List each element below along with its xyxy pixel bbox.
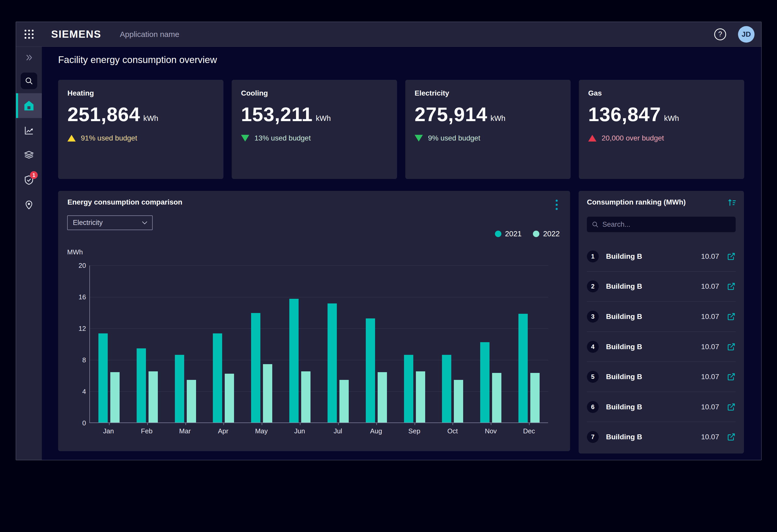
bar-2022-sep[interactable]	[416, 371, 425, 422]
bar-chart-plot	[89, 265, 548, 423]
bar-group-jun	[281, 265, 319, 422]
kpi-status: 9% used budget	[415, 134, 561, 142]
x-axis-label-oct: Oct	[433, 427, 472, 435]
user-avatar[interactable]: JD	[738, 26, 755, 43]
bar-2022-jun[interactable]	[301, 371, 311, 422]
bar-2022-jul[interactable]	[339, 380, 349, 422]
bar-group-feb	[128, 265, 166, 422]
sidebar-item-layers[interactable]	[16, 143, 42, 168]
kpi-status: 91% used budget	[68, 134, 214, 142]
sidebar-expand-button[interactable]	[16, 47, 42, 69]
help-button[interactable]: ?	[714, 28, 726, 40]
trend-down-triangle-icon	[241, 135, 249, 142]
external-link-button[interactable]	[727, 312, 736, 321]
consumption-value: 10.07	[701, 282, 719, 290]
bar-2022-feb[interactable]	[148, 371, 158, 422]
bar-2021-may[interactable]	[251, 313, 260, 422]
ranking-row[interactable]: 4Building B10.07	[587, 331, 736, 362]
bar-2022-aug[interactable]	[378, 372, 387, 422]
external-link-button[interactable]	[727, 343, 736, 351]
rank-number-badge: 4	[587, 341, 599, 353]
ranking-title: Consumption ranking (MWh)	[587, 198, 686, 206]
app-launcher-button[interactable]	[16, 22, 42, 47]
kpi-unit: kWh	[143, 114, 158, 124]
kpi-title: Electricity	[415, 89, 561, 97]
bar-2022-apr[interactable]	[225, 374, 234, 422]
rank-number-badge: 2	[587, 280, 599, 292]
external-link-button[interactable]	[727, 252, 736, 261]
ranking-row[interactable]: 2Building B10.07	[587, 271, 736, 302]
search-icon	[24, 77, 33, 85]
legend-item-2022[interactable]: 2022	[533, 230, 560, 238]
double-chevron-right-icon	[24, 54, 34, 61]
bar-2021-sep[interactable]	[404, 355, 413, 422]
desktop-background: SIEMENS Application name ? JD	[0, 0, 777, 532]
bar-group-aug	[357, 265, 396, 422]
metric-dropdown[interactable]: Electricity	[67, 216, 153, 230]
kpi-value: 275,914	[415, 105, 487, 124]
ranking-row[interactable]: 7Building B10.07	[587, 422, 736, 452]
layers-icon	[24, 150, 34, 160]
bar-2021-nov[interactable]	[480, 342, 489, 422]
siemens-logo: SIEMENS	[51, 28, 101, 40]
sidebar-item-search[interactable]	[16, 69, 42, 93]
legend-item-2021[interactable]: 2021	[495, 230, 522, 238]
x-axis-label-sep: Sep	[395, 427, 433, 435]
bar-group-dec	[510, 265, 548, 422]
building-name: Building B	[606, 252, 701, 261]
y-tick-label: 20	[67, 262, 86, 269]
bar-2022-jan[interactable]	[110, 372, 120, 422]
external-link-button[interactable]	[727, 372, 736, 381]
sidebar-item-locations[interactable]	[16, 192, 42, 217]
bar-2022-may[interactable]	[263, 364, 272, 422]
x-axis-label-apr: Apr	[204, 427, 242, 435]
kpi-card-electricity: Electricity275,914kWh9% used budget	[405, 80, 571, 179]
bar-2022-mar[interactable]	[187, 380, 196, 422]
sidebar-item-compliance[interactable]: 1	[16, 168, 42, 192]
bar-2021-jul[interactable]	[328, 303, 337, 422]
bar-2022-nov[interactable]	[492, 373, 502, 422]
legend-label: 2022	[543, 230, 560, 238]
external-link-button[interactable]	[727, 282, 736, 291]
app-launcher-icon	[24, 30, 33, 39]
external-link-icon	[727, 252, 736, 261]
external-link-icon	[727, 372, 736, 381]
bar-2021-jan[interactable]	[98, 334, 108, 422]
bar-2021-dec[interactable]	[519, 314, 528, 422]
bar-2021-feb[interactable]	[137, 349, 146, 422]
bar-2021-apr[interactable]	[213, 334, 222, 422]
question-mark-icon: ?	[718, 30, 722, 38]
bar-2021-aug[interactable]	[366, 318, 375, 422]
sidebar: 1	[16, 47, 42, 460]
kpi-card-cooling: Cooling153,211kWh13% used budget	[232, 80, 397, 179]
search-icon	[591, 221, 599, 228]
x-axis-label-jan: Jan	[89, 427, 128, 435]
ranking-row[interactable]: 3Building B10.07	[587, 301, 736, 331]
ranking-row[interactable]: 1Building B10.07	[587, 242, 736, 271]
avatar-initials: JD	[742, 30, 751, 38]
bar-2022-oct[interactable]	[454, 380, 463, 422]
consumption-value: 10.07	[701, 433, 719, 441]
bar-2021-oct[interactable]	[442, 355, 451, 422]
external-link-button[interactable]	[727, 432, 736, 441]
sidebar-item-home[interactable]	[16, 93, 42, 118]
sort-button[interactable]	[727, 197, 737, 209]
ranking-row[interactable]: 6Building B10.07	[587, 392, 736, 422]
x-axis-label-dec: Dec	[510, 427, 548, 435]
bar-2021-jun[interactable]	[289, 299, 299, 422]
ranking-row[interactable]: 5Building B10.07	[587, 362, 736, 392]
bar-group-sep	[396, 265, 434, 422]
kpi-status-text: 20,000 over budget	[601, 134, 664, 142]
building-name: Building B	[606, 433, 701, 441]
bar-2021-mar[interactable]	[175, 355, 184, 422]
external-link-icon	[727, 312, 736, 321]
card-options-button[interactable]	[555, 198, 559, 211]
bar-2022-dec[interactable]	[530, 373, 540, 422]
x-axis-label-mar: Mar	[166, 427, 204, 435]
kpi-unit: kWh	[316, 114, 331, 124]
external-link-icon	[727, 282, 736, 291]
bar-group-jan	[90, 265, 128, 422]
ranking-search-input[interactable]	[602, 221, 731, 229]
external-link-button[interactable]	[727, 403, 736, 411]
sidebar-item-analytics[interactable]	[16, 118, 42, 143]
